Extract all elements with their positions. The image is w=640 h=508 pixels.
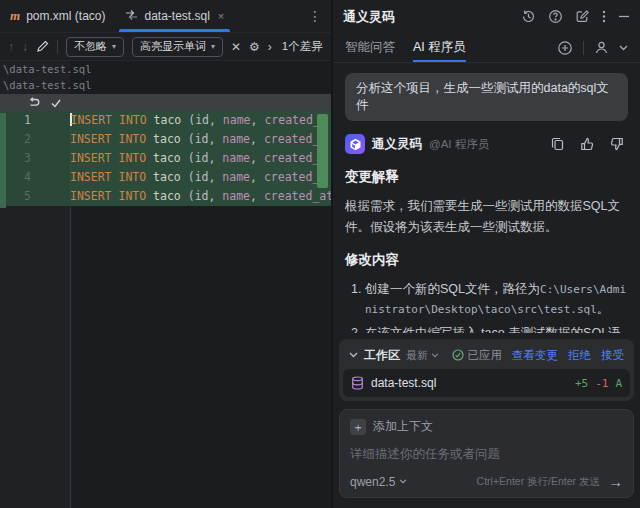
- collapse-chevron-icon[interactable]: [349, 352, 358, 358]
- diff-count-label: 1个差异: [282, 39, 323, 54]
- settings-gear-icon[interactable]: ⚙: [249, 40, 260, 54]
- help-icon[interactable]: [548, 9, 563, 24]
- check-circle-icon: [452, 349, 464, 361]
- model-selector[interactable]: qwen2.5: [350, 475, 407, 489]
- code-line: 5 INSERT INTO taco (id, name, created_at…: [0, 187, 331, 206]
- tab-pom-xml[interactable]: m pom.xml (taco): [0, 0, 115, 32]
- minimize-icon[interactable]: [618, 9, 630, 24]
- tab-label: pom.xml (taco): [26, 9, 105, 23]
- changed-file-row[interactable]: data-test.sql +5 -1 A: [343, 369, 630, 397]
- diff-file-path: \data-test.sql: [0, 61, 331, 77]
- more-options-icon[interactable]: [602, 9, 606, 24]
- workspace-label: 工作区: [364, 347, 400, 364]
- line-number: 4: [0, 168, 70, 187]
- tab-overflow-icon[interactable]: ⋮: [300, 0, 331, 32]
- tab-ai-programmer[interactable]: AI 程序员: [413, 33, 466, 62]
- assistant-mode-tag: @AI 程序员: [429, 137, 489, 152]
- ignore-whitespace-dropdown[interactable]: 不忽略 ▾: [66, 37, 124, 57]
- editor-pane: m pom.xml (taco) data-test.sql × ⋮ ↑ ↓: [0, 0, 331, 508]
- scrollbar-change-marker[interactable]: [317, 114, 328, 188]
- line-number: 3: [0, 149, 70, 168]
- chevron-down-icon: [399, 479, 407, 484]
- version-dropdown[interactable]: 最新: [406, 348, 439, 363]
- changed-file-name: data-test.sql: [371, 376, 436, 390]
- diff-change-stripe: [0, 113, 6, 208]
- section-heading: 变更解释: [345, 168, 628, 186]
- chat-scroll-area[interactable]: 分析这个项目，生成一些测试用的data的sql文件 通义灵码 @AI 程序员: [333, 63, 640, 333]
- thumbs-down-icon[interactable]: [610, 137, 624, 151]
- list-item: 创建一个新的SQL文件，路径为C:\Users\Administrator\De…: [365, 279, 628, 319]
- tab-divider: [583, 41, 584, 55]
- prev-diff-icon[interactable]: ↑: [8, 40, 14, 54]
- database-icon: [351, 376, 364, 390]
- user-message: 分析这个项目，生成一些测试用的data的sql文件: [345, 73, 628, 121]
- list-item: 在该文件中编写插入 taco 表测试数据的SQL语句: [365, 323, 628, 333]
- chat-input-card: ＋ 添加上下文 qwen2.5 Ctrl+Enter 换行/Enter 发送 →: [339, 409, 634, 498]
- next-diff-icon[interactable]: ↓: [22, 40, 28, 54]
- lines-added: +5: [575, 377, 588, 390]
- diff-toolbar: ↑ ↓ 不忽略 ▾ 高亮显示单词 ▾ ✕ ⚙ › 1个差异: [0, 33, 331, 61]
- diff-editor-body[interactable]: \data-test.sql \data-test.sql 1 INSERT I…: [0, 61, 331, 508]
- tab-data-test-sql[interactable]: data-test.sql ×: [115, 0, 234, 32]
- maven-icon: m: [10, 8, 20, 24]
- close-diff-icon[interactable]: ✕: [231, 40, 241, 54]
- reject-link[interactable]: 拒绝: [568, 348, 591, 363]
- assistant-name: 通义灵码: [372, 136, 422, 153]
- diff-icon: [125, 9, 138, 24]
- add-context-button[interactable]: ＋ 添加上下文: [350, 418, 623, 435]
- accept-link[interactable]: 接受: [601, 348, 624, 363]
- message-paragraph: 根据需求，我们需要生成一些测试用的数据SQL文件。假设将为该表生成一些测试数据。: [345, 196, 628, 237]
- workspace-header: 工作区 最新 已应用 查看变更 拒绝 接受: [343, 343, 630, 367]
- input-bottom-bar: qwen2.5 Ctrl+Enter 换行/Enter 发送 →: [350, 473, 623, 490]
- line-number: 5: [0, 187, 70, 206]
- section-heading: 修改内容: [345, 251, 628, 269]
- plus-icon: ＋: [350, 419, 366, 435]
- revert-icon[interactable]: [28, 97, 40, 109]
- user-account-icon[interactable]: [594, 40, 609, 55]
- thumbs-up-icon[interactable]: [580, 137, 594, 151]
- ide-window: m pom.xml (taco) data-test.sql × ⋮ ↑ ↓: [0, 0, 640, 508]
- toolbar-divider: [57, 40, 58, 54]
- diff-gutter-actions: [0, 94, 331, 111]
- chat-input[interactable]: [350, 447, 623, 461]
- lingma-logo-icon: [345, 134, 365, 154]
- code-line: 1 INSERT INTO taco (id, name, created_a: [0, 111, 331, 130]
- add-session-icon[interactable]: [557, 40, 573, 56]
- tab-label: data-test.sql: [144, 9, 209, 23]
- file-status: A: [615, 377, 622, 390]
- code-line: 4 INSERT INTO taco (id, name, created_a: [0, 168, 331, 187]
- chevron-down-icon: ▾: [112, 42, 116, 51]
- editor-tab-bar: m pom.xml (taco) data-test.sql × ⋮: [0, 0, 331, 33]
- view-changes-link[interactable]: 查看变更: [512, 348, 558, 363]
- code-line: 3 INSERT INTO taco (id, name, created_a: [0, 149, 331, 168]
- history-icon[interactable]: [521, 9, 536, 24]
- line-number: 2: [0, 130, 70, 149]
- send-icon[interactable]: →: [608, 473, 623, 490]
- close-tab-icon[interactable]: ×: [218, 10, 224, 22]
- highlight-mode-dropdown[interactable]: 高亮显示单词 ▾: [132, 37, 223, 57]
- code-line: 2 INSERT INTO taco (id, name, created_a: [0, 130, 331, 149]
- panel-bottom: 工作区 最新 已应用 查看变更 拒绝 接受: [333, 333, 640, 508]
- panel-tab-bar: 智能问答 AI 程序员: [333, 33, 640, 63]
- accept-check-icon[interactable]: [50, 97, 62, 109]
- lines-removed: -1: [595, 377, 608, 390]
- panel-title: 通义灵码: [343, 8, 395, 26]
- edit-pencil-icon[interactable]: [36, 40, 49, 53]
- applied-status: 已应用: [452, 348, 503, 363]
- change-list: 创建一个新的SQL文件，路径为C:\Users\Administrator\De…: [345, 279, 628, 333]
- workspace-card: 工作区 最新 已应用 查看变更 拒绝 接受: [339, 339, 634, 401]
- new-chat-icon[interactable]: [575, 9, 590, 24]
- diff-file-path: \data-test.sql: [0, 77, 331, 93]
- copy-icon[interactable]: [551, 137, 564, 151]
- expand-more-icon[interactable]: ›: [268, 40, 272, 54]
- panel-header: 通义灵码: [333, 0, 640, 33]
- line-number: 1: [0, 111, 70, 130]
- assistant-message-header: 通义灵码 @AI 程序员: [345, 134, 628, 154]
- chevron-down-icon: [431, 353, 439, 358]
- chevron-down-icon[interactable]: [619, 45, 628, 51]
- assistant-panel: 通义灵码 智能问答 AI 程序员: [331, 0, 640, 508]
- chevron-down-icon: ▾: [211, 42, 215, 51]
- keyboard-hint: Ctrl+Enter 换行/Enter 发送: [477, 475, 600, 489]
- tab-smart-qa[interactable]: 智能问答: [345, 33, 395, 62]
